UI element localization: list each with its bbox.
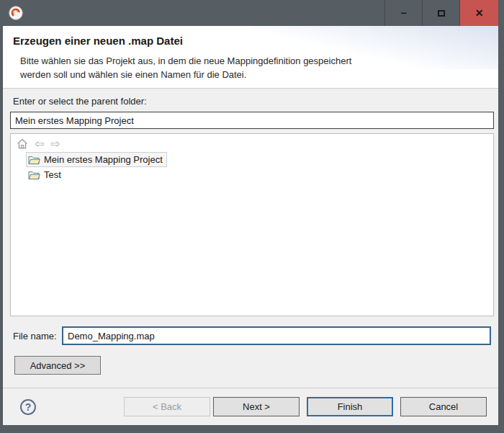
page-title: Erzeugen einer neuen .map Datei [13, 35, 498, 47]
home-icon[interactable] [17, 138, 28, 149]
wizard-header: Erzeugen einer neuen .map Datei Bitte wä… [3, 26, 498, 89]
parent-folder-input[interactable] [10, 112, 494, 129]
open-folder-icon [28, 170, 40, 180]
page-description: Bitte wählen sie das Projekt aus, in dem… [20, 54, 498, 81]
wizard-window: − ✕ Erzeugen einer neuen .map Datei Bitt… [0, 0, 504, 433]
tree-item-label: Mein erstes Mapping Project [44, 154, 163, 165]
wizard-footer: ? < Back Next > Finish Cancel [3, 388, 498, 425]
project-tree-panel: ⇦ ⇨ Mein erstes Mapping Project [10, 133, 494, 316]
maximize-button[interactable] [422, 0, 459, 26]
tree-item-label: Test [44, 169, 61, 180]
file-name-row: File name: [13, 326, 494, 345]
file-name-input[interactable] [62, 326, 491, 345]
help-icon[interactable]: ? [20, 399, 36, 415]
advanced-button[interactable]: Advanced >> [14, 356, 101, 375]
wizard-dialog: Erzeugen einer neuen .map Datei Bitte wä… [3, 26, 498, 425]
titlebar: − ✕ [0, 0, 504, 26]
description-line-2: werden soll und wählen sie einen Namen f… [20, 68, 498, 81]
tree-item-list: Mein erstes Mapping Project Test [11, 151, 493, 182]
tree-item-mein-erstes-mapping-project[interactable]: Mein erstes Mapping Project [26, 152, 167, 167]
close-button[interactable]: ✕ [459, 0, 498, 26]
minimize-button[interactable]: − [384, 0, 422, 26]
app-logo-icon [9, 6, 23, 20]
back-button: < Back [124, 397, 210, 416]
wizard-body: Enter or select the parent folder: ⇦ ⇨ [3, 89, 498, 388]
parent-folder-label: Enter or select the parent folder: [13, 96, 494, 107]
back-arrow-icon[interactable]: ⇦ [35, 138, 44, 150]
finish-button[interactable]: Finish [307, 397, 393, 416]
tree-toolbar: ⇦ ⇨ [11, 134, 493, 151]
cancel-button[interactable]: Cancel [400, 397, 487, 416]
file-name-label: File name: [13, 331, 62, 342]
maximize-icon [438, 10, 445, 17]
tree-item-test[interactable]: Test [26, 167, 66, 182]
window-controls: − ✕ [384, 0, 498, 26]
forward-arrow-icon[interactable]: ⇨ [50, 138, 60, 150]
open-folder-icon [28, 155, 40, 165]
description-line-1: Bitte wählen sie das Projekt aus, in dem… [20, 54, 498, 68]
next-button[interactable]: Next > [213, 397, 300, 416]
